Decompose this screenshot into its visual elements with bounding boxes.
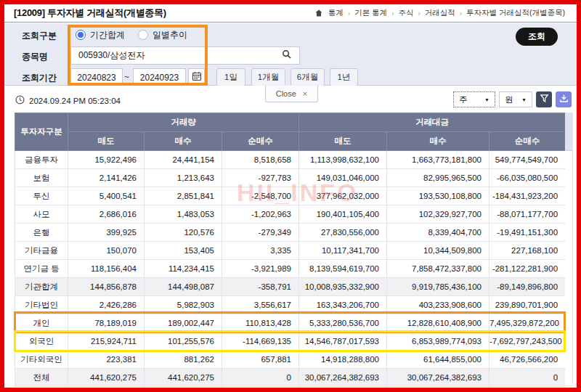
value-cell: 15,922,496 <box>68 151 145 169</box>
unit-week-value: 주 <box>459 94 468 105</box>
radio-daily-trend[interactable]: 일별추이 <box>138 29 187 41</box>
scrollbar-header-gutter <box>565 113 572 151</box>
value-cell: 144,856,878 <box>68 278 145 296</box>
value-cell: 377,962,032,000 <box>299 187 387 205</box>
radio-unselected-icon <box>138 30 148 40</box>
value-cell: -7,692,797,243,500 <box>489 332 566 351</box>
filter-button[interactable] <box>536 91 552 107</box>
value-cell: 8,518,658 <box>222 151 299 169</box>
table-row[interactable]: 금융투자15,922,49624,441,1548,518,6581,113,9… <box>15 151 566 169</box>
col-group-volume[interactable]: 거래량 <box>68 113 299 132</box>
value-cell: 193,530,108,800 <box>387 187 489 205</box>
breadcrumb-item[interactable]: 통계 <box>328 8 344 18</box>
period-1year-button[interactable]: 1년 <box>330 68 358 86</box>
col-amount-net[interactable]: 순매수 <box>489 132 566 151</box>
breadcrumb-item[interactable]: 거래실적 <box>425 8 455 18</box>
table-row[interactable]: 은행399,925120,576-279,34927,830,556,0008,… <box>15 224 566 242</box>
search-icon[interactable] <box>282 49 292 62</box>
value-cell: -3,921,989 <box>222 260 299 278</box>
col-amount-buy[interactable]: 매수 <box>387 132 489 151</box>
clock-icon <box>15 95 25 106</box>
value-cell: -114,669,135 <box>222 332 299 351</box>
table-row[interactable]: 외국인215,924,711101,255,576-114,669,13514,… <box>15 332 566 351</box>
table-row[interactable]: 보험2,141,4261,213,643-927,783149,031,046,… <box>15 169 566 187</box>
value-cell: 2,686,016 <box>68 205 145 224</box>
result-panel: Close × 2024.09.24 PM 05:23:04 주 ▼ 원 ▼ <box>4 86 577 388</box>
table-row[interactable]: 기타법인2,426,2865,982,9033,556,617163,343,2… <box>15 296 566 314</box>
unit-currency-dropdown[interactable]: 원 ▼ <box>499 91 532 107</box>
value-cell: -358,791 <box>222 278 299 296</box>
caret-down-icon: ▼ <box>484 97 489 102</box>
value-cell: 399,925 <box>68 224 145 242</box>
close-tab[interactable]: Close × <box>265 85 318 102</box>
table-controls: 주 ▼ 원 ▼ <box>453 91 572 107</box>
value-cell: 149,031,046,000 <box>299 169 387 187</box>
investor-type-cell: 전체 <box>15 369 68 387</box>
radio-period-total[interactable]: 기간합계 <box>76 29 125 41</box>
breadcrumb-item-current[interactable]: 투자자별 거래실적(개별종목) <box>466 8 565 18</box>
value-cell: 102,329,927,700 <box>387 205 489 224</box>
calendar-button[interactable] <box>188 68 205 86</box>
breadcrumb: 통계 › 기본 통계 › 주식 › 거래실적 › 투자자별 거래실적(개별종목) <box>314 8 565 18</box>
value-cell: 46,726,566,200 <box>489 351 566 369</box>
period-1month-button[interactable]: 1개월 <box>251 68 285 86</box>
value-cell: 3,556,617 <box>222 296 299 314</box>
value-cell: 7,858,472,337,800 <box>387 260 489 278</box>
value-cell: 223,381 <box>68 351 145 369</box>
close-icon[interactable]: × <box>303 89 307 98</box>
col-volume-buy[interactable]: 매수 <box>145 132 222 151</box>
value-cell: 8,139,594,619,700 <box>299 260 387 278</box>
download-button[interactable] <box>556 91 572 107</box>
scrollbar-track[interactable] <box>565 113 573 386</box>
search-submit-button[interactable]: 조회 <box>516 28 558 46</box>
unit-currency-value: 원 <box>505 94 513 105</box>
value-cell: -88,071,177,700 <box>489 205 566 224</box>
value-cell: 0 <box>489 369 566 387</box>
table-row[interactable]: 기타금융150,070153,4053,33510,117,341,70010,… <box>15 242 566 260</box>
table-row[interactable]: 사모2,686,0161,483,053-1,202,963190,401,10… <box>15 205 566 224</box>
value-cell: -19,491,151,300 <box>489 224 566 242</box>
col-group-amount[interactable]: 거래대금 <box>299 113 566 132</box>
investor-type-cell: 기타법인 <box>15 296 68 314</box>
value-cell: 153,405 <box>145 242 222 260</box>
value-cell: 101,255,576 <box>145 332 222 351</box>
value-cell: 2,426,286 <box>68 296 145 314</box>
col-volume-net[interactable]: 순매수 <box>222 132 299 151</box>
unit-week-dropdown[interactable]: 주 ▼ <box>453 91 495 107</box>
table-body: 금융투자15,922,49624,441,1548,518,6581,113,9… <box>15 151 566 387</box>
period-6month-button[interactable]: 6개월 <box>290 68 325 86</box>
radio-daily-trend-label: 일별추이 <box>153 29 187 41</box>
value-cell: 120,576 <box>145 224 222 242</box>
stock-name-input[interactable]: 005930/삼성전자 <box>70 46 300 65</box>
caret-down-icon: ▼ <box>521 97 527 102</box>
table-row[interactable]: 기관합계144,856,878144,498,087-358,79110,008… <box>15 278 566 296</box>
value-cell: 30,067,264,382,693 <box>299 369 387 387</box>
table-row[interactable]: 연기금 등118,156,404114,234,415-3,921,9898,1… <box>15 260 566 278</box>
breadcrumb-item[interactable]: 주식 <box>398 8 413 18</box>
calendar-icon <box>192 71 202 84</box>
table-row[interactable]: 투신5,400,5412,851,841-2,548,700377,962,03… <box>15 187 566 205</box>
value-cell: -184,431,923,200 <box>489 187 566 205</box>
investor-type-cell: 사모 <box>15 205 68 224</box>
period-1day-button[interactable]: 1일 <box>216 68 245 86</box>
breadcrumb-item[interactable]: 기본 통계 <box>354 8 387 18</box>
close-tab-label: Close <box>276 89 296 98</box>
breadcrumb-separator: › <box>348 9 350 17</box>
value-cell: 61,644,855,000 <box>387 351 489 369</box>
home-icon[interactable] <box>314 9 323 17</box>
col-volume-sell[interactable]: 매도 <box>68 132 145 151</box>
value-cell: 118,156,404 <box>68 260 145 278</box>
col-amount-sell[interactable]: 매도 <box>299 132 387 151</box>
value-cell: 6,853,989,774,093 <box>387 332 489 351</box>
value-cell: 14,918,288,800 <box>299 351 387 369</box>
investor-type-cell: 연기금 등 <box>15 260 68 278</box>
value-cell: 82,995,965,500 <box>387 169 489 187</box>
table-row[interactable]: 개인78,189,019189,002,447110,813,4285,333,… <box>15 314 566 332</box>
value-cell: 3,335 <box>222 242 299 260</box>
col-investor-type[interactable]: 투자자구분 <box>15 113 68 151</box>
date-from-input[interactable]: 20240823 <box>70 68 123 86</box>
date-to-input[interactable]: 20240923 <box>133 68 186 86</box>
table-row[interactable]: 기타외국인223,381881,262657,88114,918,288,800… <box>15 351 566 369</box>
value-cell: 8,339,404,700 <box>387 224 489 242</box>
table-row[interactable]: 전체441,620,275441,620,275030,067,264,382,… <box>15 369 566 387</box>
